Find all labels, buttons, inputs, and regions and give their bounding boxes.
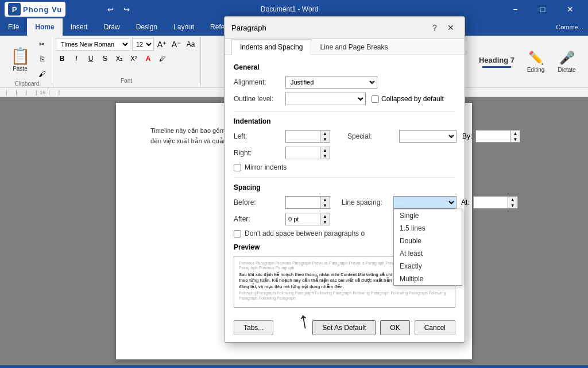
special-row: Special: By: ▲ ▼: [347, 130, 520, 143]
special-select-wrapper: [399, 130, 457, 143]
dialog-title: Paragraph: [231, 24, 266, 32]
set-default-button[interactable]: Set As Default: [312, 320, 376, 335]
dialog-footer: Tabs... Set As Default OK Cancel: [225, 316, 465, 342]
left-down-button[interactable]: ▼: [320, 136, 330, 142]
after-spinner: ▲ ▼: [285, 213, 330, 225]
no-space-label: Don't add space between paragraphs o: [245, 229, 365, 237]
right-row: Right: ▲ ▼: [234, 147, 330, 159]
before-row: Before: ▲ ▼: [234, 196, 330, 209]
cancel-button[interactable]: Cancel: [415, 320, 455, 335]
indentation-special: Special: By: ▲ ▼: [347, 130, 520, 163]
line-spacing-select[interactable]: [393, 196, 457, 209]
outline-select[interactable]: [285, 93, 366, 105]
line-spacing-dropdown: Single 1.5 lines Double At least Exactly…: [393, 196, 457, 209]
section-divider-1: [234, 111, 455, 112]
at-spinner-btns: ▲ ▼: [508, 196, 518, 209]
collapsed-text: Collapsed by default: [381, 95, 444, 103]
alignment-select-wrapper: Justified: [285, 76, 377, 89]
outline-select-wrapper: [285, 93, 366, 105]
dialog-tabs: Indents and Spacing Line and Page Breaks: [225, 39, 465, 55]
left-input[interactable]: [285, 130, 320, 143]
right-spinner-btns: ▲ ▼: [320, 147, 330, 159]
before-spinner: ▲ ▼: [285, 196, 330, 209]
exactly-option[interactable]: Exactly: [394, 260, 462, 273]
spacing-line: Line spacing: Single 1.5 lines Double: [342, 196, 518, 213]
line-spacing-list: Single 1.5 lines Double At least Exactly…: [393, 209, 462, 286]
indentation-left: Left: ▲ ▼ Right:: [234, 130, 330, 163]
before-up-button[interactable]: ▲: [320, 197, 330, 202]
outline-row: Outline level: Collapsed by default: [234, 93, 455, 105]
at-input[interactable]: [473, 196, 508, 209]
double-option[interactable]: Double: [394, 235, 462, 247]
alignment-label: Alignment:: [234, 78, 285, 86]
after-label: After:: [234, 215, 285, 223]
general-section-title: General: [234, 63, 455, 71]
right-label: Right:: [234, 149, 285, 157]
line-spacing-label: Line spacing:: [342, 198, 393, 206]
alignment-row: Alignment: Justified: [234, 76, 455, 89]
by-spinner: ▲ ▼: [475, 130, 520, 143]
left-label: Left:: [234, 132, 285, 140]
indentation-section-title: Indentation: [234, 117, 455, 125]
right-spinner: ▲ ▼: [285, 147, 330, 159]
mirror-label: Mirror indents: [245, 163, 287, 171]
after-input[interactable]: [285, 213, 320, 225]
left-spinner: ▲ ▼: [285, 130, 330, 143]
spacing-before-after: Before: ▲ ▼ After:: [234, 196, 330, 229]
mirror-checkbox[interactable]: [234, 164, 241, 171]
after-down-button[interactable]: ▼: [320, 219, 330, 225]
collapsed-label: Collapsed by default: [372, 95, 444, 103]
at-down-button[interactable]: ▼: [508, 202, 517, 208]
at-up-button[interactable]: ▲: [508, 197, 517, 202]
spacing-section-title: Spacing: [234, 183, 455, 191]
one-half-option[interactable]: 1.5 lines: [394, 222, 462, 235]
collapsed-checkbox[interactable]: [372, 95, 379, 103]
right-input[interactable]: [285, 147, 320, 159]
at-label: At:: [461, 198, 470, 206]
left-up-button[interactable]: ▲: [320, 131, 330, 136]
outline-label: Outline level:: [234, 95, 285, 103]
before-spinner-btns: ▲ ▼: [320, 196, 330, 209]
before-label: Before:: [234, 198, 285, 206]
by-label: By:: [462, 132, 472, 140]
mirror-row: Mirror indents: [234, 163, 455, 171]
paragraph-dialog: Paragraph ? ✕ Indents and Spacing Line a…: [224, 16, 465, 343]
right-up-button[interactable]: ▲: [320, 147, 330, 153]
before-input[interactable]: [285, 196, 320, 209]
by-up-button[interactable]: ▲: [510, 131, 520, 136]
multiple-option[interactable]: Multiple: [394, 273, 462, 285]
dialog-body: General Alignment: Justified Outline lev…: [225, 55, 465, 316]
dialog-title-buttons: ? ✕: [428, 21, 458, 34]
tabs-button[interactable]: Tabs...: [234, 320, 273, 335]
special-select[interactable]: [399, 130, 457, 143]
after-spinner-btns: ▲ ▼: [320, 213, 330, 225]
dialog-help-button[interactable]: ?: [428, 21, 442, 34]
indentation-row: Left: ▲ ▼ Right:: [234, 130, 455, 163]
special-label: Special:: [347, 132, 399, 140]
dialog-titlebar: Paragraph ? ✕: [225, 17, 465, 39]
line-spacing-row: Line spacing: Single 1.5 lines Double: [342, 196, 518, 209]
by-spinner-btns: ▲ ▼: [510, 130, 520, 143]
left-spinner-btns: ▲ ▼: [320, 130, 330, 143]
before-down-button[interactable]: ▼: [320, 202, 330, 208]
at-least-option[interactable]: At least: [394, 247, 462, 260]
dialog-tab-breaks[interactable]: Line and Page Breaks: [311, 39, 396, 55]
preview-para-2: Following Paragraph Following Paragraph …: [239, 291, 450, 301]
no-space-checkbox[interactable]: [234, 230, 241, 237]
at-spinner: ▲ ▼: [473, 196, 518, 209]
by-input[interactable]: [475, 130, 510, 143]
spacing-row: Before: ▲ ▼ After:: [234, 196, 455, 229]
after-up-button[interactable]: ▲: [320, 213, 330, 219]
left-row: Left: ▲ ▼: [234, 130, 330, 143]
dialog-tab-indents[interactable]: Indents and Spacing: [231, 39, 311, 55]
section-divider-2: [234, 177, 455, 178]
alignment-select[interactable]: Justified: [285, 76, 377, 89]
dialog-close-button[interactable]: ✕: [444, 21, 458, 34]
after-row: After: ▲ ▼: [234, 213, 330, 225]
single-option[interactable]: Single: [394, 209, 462, 222]
ok-button[interactable]: OK: [380, 320, 409, 335]
right-down-button[interactable]: ▼: [320, 153, 330, 159]
by-down-button[interactable]: ▼: [510, 136, 520, 142]
line-spacing-select-row: [393, 196, 457, 209]
dialog-overlay: Paragraph ? ✕ Indents and Spacing Line a…: [0, 0, 588, 368]
